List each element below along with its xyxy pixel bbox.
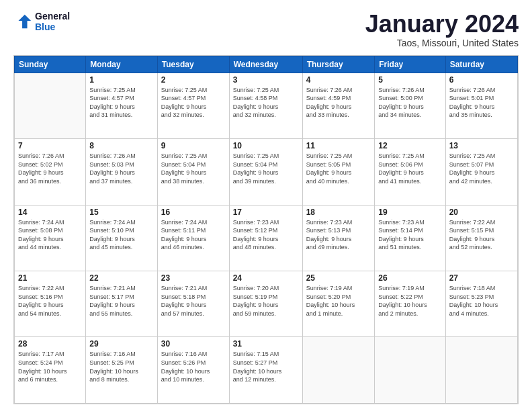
day-info: Sunrise: 7:17 AM Sunset: 5:24 PM Dayligh… — [18, 350, 82, 383]
day-number: 17 — [233, 208, 299, 217]
day-number: 2 — [161, 75, 226, 85]
calendar-header: SundayMondayTuesdayWednesdayThursdayFrid… — [15, 56, 518, 73]
day-number: 25 — [306, 273, 371, 283]
calendar-cell: 15Sunrise: 7:24 AM Sunset: 5:10 PM Dayli… — [86, 205, 158, 271]
calendar-cell: 10Sunrise: 7:25 AM Sunset: 5:04 PM Dayli… — [229, 139, 302, 205]
day-number: 8 — [89, 141, 154, 150]
day-info: Sunrise: 7:25 AM Sunset: 4:58 PM Dayligh… — [233, 86, 299, 120]
day-info: Sunrise: 7:24 AM Sunset: 5:10 PM Dayligh… — [89, 218, 154, 252]
calendar-cell: 9Sunrise: 7:25 AM Sunset: 5:04 PM Daylig… — [157, 139, 229, 205]
day-number: 30 — [161, 339, 226, 349]
svg-marker-0 — [18, 15, 31, 29]
day-info: Sunrise: 7:19 AM Sunset: 5:20 PM Dayligh… — [306, 284, 371, 318]
calendar-cell: 19Sunrise: 7:23 AM Sunset: 5:14 PM Dayli… — [375, 205, 445, 271]
calendar-cell: 1Sunrise: 7:25 AM Sunset: 4:57 PM Daylig… — [86, 73, 158, 138]
day-info: Sunrise: 7:18 AM Sunset: 5:23 PM Dayligh… — [449, 284, 514, 318]
weekday-header-row: SundayMondayTuesdayWednesdayThursdayFrid… — [15, 56, 518, 73]
calendar-cell: 7Sunrise: 7:26 AM Sunset: 5:02 PM Daylig… — [15, 139, 86, 205]
day-info: Sunrise: 7:26 AM Sunset: 5:00 PM Dayligh… — [378, 86, 441, 120]
calendar-cell — [375, 337, 445, 404]
weekday-header: Tuesday — [157, 56, 229, 73]
calendar-week-row: 1Sunrise: 7:25 AM Sunset: 4:57 PM Daylig… — [15, 73, 518, 138]
day-info: Sunrise: 7:25 AM Sunset: 5:07 PM Dayligh… — [449, 152, 514, 185]
day-info: Sunrise: 7:19 AM Sunset: 5:22 PM Dayligh… — [378, 284, 441, 318]
day-info: Sunrise: 7:20 AM Sunset: 5:19 PM Dayligh… — [233, 284, 299, 318]
day-number: 5 — [378, 75, 441, 85]
day-number: 7 — [18, 141, 82, 150]
subtitle: Taos, Missouri, United States — [365, 38, 519, 48]
day-number: 29 — [89, 339, 154, 349]
weekday-header: Sunday — [15, 56, 86, 73]
weekday-header: Thursday — [302, 56, 375, 73]
day-info: Sunrise: 7:26 AM Sunset: 5:01 PM Dayligh… — [449, 86, 514, 120]
day-info: Sunrise: 7:21 AM Sunset: 5:18 PM Dayligh… — [161, 284, 226, 318]
day-info: Sunrise: 7:25 AM Sunset: 4:57 PM Dayligh… — [89, 86, 154, 120]
header: General Blue January 2024 Taos, Missouri… — [13, 11, 519, 48]
logo-text: General Blue — [35, 11, 70, 32]
page: General Blue January 2024 Taos, Missouri… — [0, 0, 532, 411]
day-info: Sunrise: 7:25 AM Sunset: 5:04 PM Dayligh… — [161, 152, 226, 185]
calendar-cell: 3Sunrise: 7:25 AM Sunset: 4:58 PM Daylig… — [229, 73, 302, 138]
calendar-cell: 30Sunrise: 7:16 AM Sunset: 5:26 PM Dayli… — [157, 337, 229, 404]
calendar-cell: 4Sunrise: 7:26 AM Sunset: 4:59 PM Daylig… — [302, 73, 375, 138]
calendar-cell: 29Sunrise: 7:16 AM Sunset: 5:25 PM Dayli… — [86, 337, 158, 404]
day-info: Sunrise: 7:25 AM Sunset: 5:06 PM Dayligh… — [378, 152, 441, 185]
day-number: 26 — [378, 273, 441, 283]
weekday-header: Friday — [375, 56, 445, 73]
calendar-cell — [302, 337, 375, 404]
day-info: Sunrise: 7:16 AM Sunset: 5:25 PM Dayligh… — [89, 350, 154, 383]
weekday-header: Monday — [86, 56, 158, 73]
day-info: Sunrise: 7:22 AM Sunset: 5:15 PM Dayligh… — [449, 218, 514, 252]
calendar: SundayMondayTuesdayWednesdayThursdayFrid… — [13, 55, 519, 404]
calendar-cell: 28Sunrise: 7:17 AM Sunset: 5:24 PM Dayli… — [15, 337, 86, 404]
calendar-week-row: 7Sunrise: 7:26 AM Sunset: 5:02 PM Daylig… — [15, 139, 518, 205]
weekday-header: Saturday — [445, 56, 517, 73]
calendar-week-row: 21Sunrise: 7:22 AM Sunset: 5:16 PM Dayli… — [15, 271, 518, 337]
logo: General Blue — [13, 11, 70, 32]
calendar-cell: 5Sunrise: 7:26 AM Sunset: 5:00 PM Daylig… — [375, 73, 445, 138]
day-number: 20 — [449, 208, 514, 217]
calendar-cell: 16Sunrise: 7:24 AM Sunset: 5:11 PM Dayli… — [157, 205, 229, 271]
day-info: Sunrise: 7:25 AM Sunset: 4:57 PM Dayligh… — [161, 86, 226, 120]
day-number: 1 — [89, 75, 154, 85]
calendar-cell: 22Sunrise: 7:21 AM Sunset: 5:17 PM Dayli… — [86, 271, 158, 337]
day-number: 19 — [378, 208, 441, 217]
day-number: 23 — [161, 273, 226, 283]
day-info: Sunrise: 7:24 AM Sunset: 5:08 PM Dayligh… — [18, 218, 82, 252]
day-number: 3 — [233, 75, 299, 85]
calendar-cell: 8Sunrise: 7:26 AM Sunset: 5:03 PM Daylig… — [86, 139, 158, 205]
calendar-cell: 14Sunrise: 7:24 AM Sunset: 5:08 PM Dayli… — [15, 205, 86, 271]
day-info: Sunrise: 7:23 AM Sunset: 5:14 PM Dayligh… — [378, 218, 441, 252]
day-info: Sunrise: 7:15 AM Sunset: 5:27 PM Dayligh… — [233, 350, 299, 383]
day-info: Sunrise: 7:23 AM Sunset: 5:12 PM Dayligh… — [233, 218, 299, 252]
calendar-cell: 17Sunrise: 7:23 AM Sunset: 5:12 PM Dayli… — [229, 205, 302, 271]
day-number: 12 — [378, 141, 441, 150]
day-number: 18 — [306, 208, 371, 217]
calendar-cell: 13Sunrise: 7:25 AM Sunset: 5:07 PM Dayli… — [445, 139, 517, 205]
calendar-body: 1Sunrise: 7:25 AM Sunset: 4:57 PM Daylig… — [15, 73, 518, 403]
day-number: 31 — [233, 339, 299, 349]
day-number: 16 — [161, 208, 226, 217]
calendar-table: SundayMondayTuesdayWednesdayThursdayFrid… — [14, 56, 518, 404]
calendar-cell: 20Sunrise: 7:22 AM Sunset: 5:15 PM Dayli… — [445, 205, 517, 271]
day-number: 9 — [161, 141, 226, 150]
day-number: 10 — [233, 141, 299, 150]
calendar-cell: 18Sunrise: 7:23 AM Sunset: 5:13 PM Dayli… — [302, 205, 375, 271]
day-number: 11 — [306, 141, 371, 150]
calendar-week-row: 28Sunrise: 7:17 AM Sunset: 5:24 PM Dayli… — [15, 337, 518, 404]
day-info: Sunrise: 7:25 AM Sunset: 5:04 PM Dayligh… — [233, 152, 299, 185]
day-number: 21 — [18, 273, 82, 283]
calendar-week-row: 14Sunrise: 7:24 AM Sunset: 5:08 PM Dayli… — [15, 205, 518, 271]
day-info: Sunrise: 7:25 AM Sunset: 5:05 PM Dayligh… — [306, 152, 371, 185]
day-number: 22 — [89, 273, 154, 283]
calendar-cell: 6Sunrise: 7:26 AM Sunset: 5:01 PM Daylig… — [445, 73, 517, 138]
logo-icon — [13, 12, 32, 31]
calendar-cell: 31Sunrise: 7:15 AM Sunset: 5:27 PM Dayli… — [229, 337, 302, 404]
day-info: Sunrise: 7:23 AM Sunset: 5:13 PM Dayligh… — [306, 218, 371, 252]
calendar-cell: 24Sunrise: 7:20 AM Sunset: 5:19 PM Dayli… — [229, 271, 302, 337]
day-number: 4 — [306, 75, 371, 85]
day-number: 15 — [89, 208, 154, 217]
day-number: 27 — [449, 273, 514, 283]
day-info: Sunrise: 7:21 AM Sunset: 5:17 PM Dayligh… — [89, 284, 154, 318]
calendar-cell: 21Sunrise: 7:22 AM Sunset: 5:16 PM Dayli… — [15, 271, 86, 337]
